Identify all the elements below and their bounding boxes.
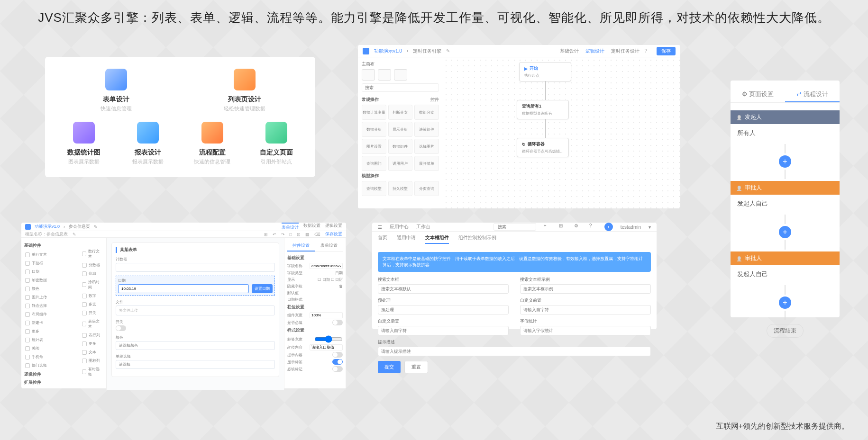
add-step-button[interactable]: + xyxy=(779,155,791,168)
tab-logic[interactable]: 逻辑设计 xyxy=(585,48,604,54)
list-component[interactable]: 关闭 xyxy=(24,344,75,352)
edit-icon[interactable]: ✎ xyxy=(94,224,98,229)
nav-work[interactable]: 工作台 xyxy=(416,224,430,230)
text-input-6[interactable] xyxy=(520,326,651,335)
help-icon[interactable]: ? xyxy=(589,223,597,231)
step-approver2-header[interactable]: 审批人 xyxy=(731,251,840,265)
breadcrumb[interactable]: 功能演示v1.0 xyxy=(374,48,402,54)
list-component[interactable]: 部门选择 xyxy=(24,361,75,369)
list-component[interactable]: 涂鸦时间 xyxy=(81,278,103,291)
tool-icon[interactable]: ⊞ xyxy=(264,232,268,237)
text-input-3[interactable] xyxy=(378,305,509,314)
tab-textcomp[interactable]: 文本框组件 xyxy=(425,234,449,244)
flow-component[interactable]: 判断分支 xyxy=(388,105,413,120)
select-input[interactable] xyxy=(116,360,275,369)
text-input-4[interactable] xyxy=(520,305,651,314)
flow-component[interactable]: 展开菜单 xyxy=(414,156,439,171)
list-component[interactable]: 数字 xyxy=(81,292,103,300)
list-component[interactable]: 分数器 xyxy=(81,261,103,269)
tab-flow-design[interactable]: ⇄ 流程设计 xyxy=(785,87,840,102)
tab-logic[interactable]: 逻辑设置 xyxy=(325,223,342,231)
breadcrumb[interactable]: 定时任务引擎 xyxy=(413,48,441,54)
tool-grid-icon[interactable] xyxy=(378,69,391,81)
color-input[interactable] xyxy=(116,341,275,350)
card-process[interactable]: 流程配置 快速的信息管理 xyxy=(182,122,243,165)
username[interactable]: testadmin xyxy=(621,224,641,230)
list-component[interactable]: 表头文本 xyxy=(81,317,103,331)
prop-hint[interactable] xyxy=(310,344,343,350)
delete-icon[interactable]: 🗑 xyxy=(339,284,343,288)
list-component[interactable]: 单行文本 xyxy=(24,251,75,259)
list-component[interactable]: 开关 xyxy=(81,309,103,317)
node-query[interactable]: 查询所有1 数据模型查询所有 xyxy=(517,100,569,119)
list-component[interactable]: 下拉框 xyxy=(24,259,75,267)
flow-component[interactable]: 选择图片 xyxy=(414,139,439,154)
node-loop[interactable]: ↻ 循环容器 循环容器节点可高级描… xyxy=(517,138,569,157)
list-component[interactable]: 有时选择 xyxy=(81,365,103,378)
step-initiator-header[interactable]: 发起人 xyxy=(731,110,840,124)
tab-page-settings[interactable]: ⚙ 页面设置 xyxy=(731,87,785,102)
flow-component[interactable]: 数组分支 xyxy=(414,105,439,120)
edit-icon[interactable]: ✎ xyxy=(446,48,450,54)
tool-icon[interactable]: ↷ xyxy=(281,232,285,237)
file-drop[interactable]: 将文件上传 xyxy=(116,305,275,315)
list-component[interactable]: 手机号 xyxy=(24,353,75,361)
required-toggle[interactable] xyxy=(332,320,343,325)
help-icon[interactable]: ? xyxy=(644,48,647,54)
form-canvas[interactable]: 某某表单 计数器 日期 设置日期 文件将文件上传 开关 颜色 单轮选择 xyxy=(107,238,284,390)
reset-button[interactable]: 重置 xyxy=(404,361,428,373)
gear-icon[interactable]: ⚙ xyxy=(574,223,582,231)
edit-icon[interactable]: ✎ xyxy=(73,232,76,237)
list-component[interactable]: 表行列 xyxy=(81,331,103,339)
card-report[interactable]: 报表设计 报表展示数据 xyxy=(118,122,179,165)
switch-toggle[interactable] xyxy=(116,325,126,331)
flow-canvas[interactable]: ▶开始 执行起点 查询所有1 数据模型查询所有 ↻ 循环容器 循环容器节点可高级… xyxy=(443,57,680,208)
tab-control[interactable]: 组件控制控制示例 xyxy=(458,234,496,244)
flow-component[interactable]: 调用用户 xyxy=(388,156,413,171)
flow-component[interactable]: 持久模型 xyxy=(388,181,413,196)
tip-toggle[interactable] xyxy=(332,352,343,358)
flow-component[interactable]: 分页查询 xyxy=(414,181,439,196)
list-component[interactable]: 信息 xyxy=(81,269,103,278)
card-form-design[interactable]: 表单设计 快速信息管理 xyxy=(54,69,178,112)
grid-icon[interactable]: ⊞ xyxy=(559,223,566,231)
list-component[interactable]: 多选 xyxy=(81,300,103,308)
flow-component[interactable]: 决策组件 xyxy=(414,122,439,137)
list-component[interactable]: 图片上传 xyxy=(24,293,75,301)
list-component[interactable]: 更多 xyxy=(81,340,103,348)
date-input[interactable] xyxy=(118,284,249,293)
text-input-5[interactable] xyxy=(378,326,509,335)
list-component[interactable]: 新建卡 xyxy=(24,319,75,327)
list-component[interactable]: 数行文本 xyxy=(81,247,103,260)
tab-apply[interactable]: 通用申请 xyxy=(397,234,416,244)
save-button[interactable]: 保存 xyxy=(657,47,676,55)
breadcrumb[interactable]: 参会信息页 xyxy=(69,224,90,230)
list-component[interactable]: 文本 xyxy=(81,348,103,356)
add-step-button[interactable]: + xyxy=(779,296,791,309)
flow-component[interactable]: 查询图门 xyxy=(362,156,386,171)
breadcrumb[interactable]: 功能演示v1.0 xyxy=(35,224,60,230)
card-list-design[interactable]: 列表页设计 轻松快速管理数据 xyxy=(182,69,307,112)
tab-seq[interactable]: 定时任务设计 xyxy=(611,48,640,54)
submit-button[interactable]: 提交 xyxy=(378,361,401,373)
avatar[interactable]: t xyxy=(604,223,613,231)
component-search-input[interactable] xyxy=(362,83,439,92)
prop-field-name[interactable] xyxy=(310,263,343,269)
text-input-2[interactable] xyxy=(520,284,651,294)
tool-icon[interactable]: ⊡ xyxy=(297,232,301,237)
list-component[interactable]: 布局组件 xyxy=(24,310,75,318)
tool-icon[interactable]: ↶ xyxy=(273,232,276,237)
tool-layers-icon[interactable] xyxy=(394,69,407,81)
tool-icon[interactable]: □ xyxy=(290,232,292,237)
prop-width[interactable] xyxy=(310,312,343,318)
text-input-1[interactable] xyxy=(378,284,509,294)
flow-component[interactable]: 展示分析 xyxy=(388,122,413,137)
tab-data[interactable]: 数据设置 xyxy=(303,223,320,231)
label-toggle[interactable] xyxy=(332,359,343,365)
tool-icon[interactable]: ⌫ xyxy=(314,232,320,237)
list-component[interactable]: 颜色 xyxy=(24,285,75,293)
card-chart[interactable]: 数据统计图 图表展示数据 xyxy=(54,122,114,165)
req-mark-toggle[interactable] xyxy=(332,366,343,372)
list-component[interactable]: 静态选择 xyxy=(24,302,75,310)
chevron-down-icon[interactable]: ▾ xyxy=(649,224,651,230)
